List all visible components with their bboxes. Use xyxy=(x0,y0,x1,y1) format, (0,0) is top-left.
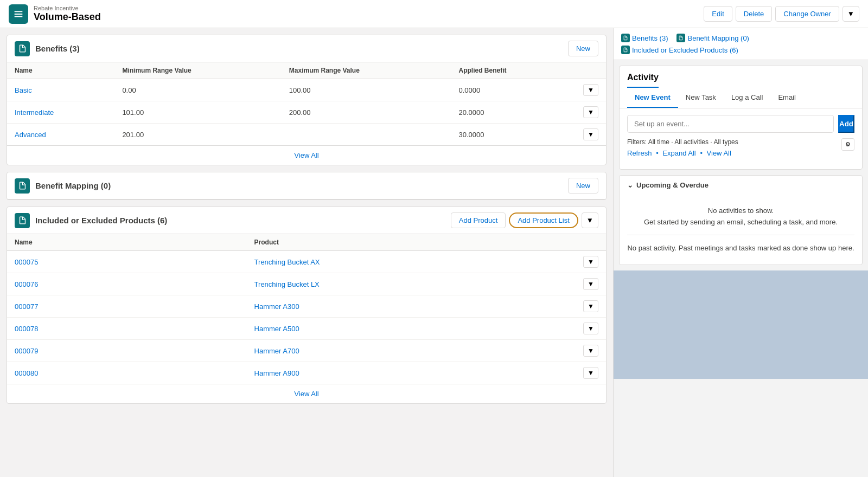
ie-name-link[interactable]: 000077 xyxy=(15,302,38,311)
add-product-button[interactable]: Add Product xyxy=(451,212,506,228)
change-owner-button[interactable]: Change Owner xyxy=(775,6,839,22)
benefits-col-name: Name xyxy=(7,62,114,79)
sidebar-background xyxy=(614,270,868,379)
ie-row-dropdown[interactable]: ▼ xyxy=(583,367,598,379)
no-past-text: No past activity. Past meetings and task… xyxy=(627,243,854,254)
ie-product-link[interactable]: Trenching Bucket AX xyxy=(254,258,320,266)
ie-row-dropdown[interactable]: ▼ xyxy=(583,323,598,334)
benefits-view-all[interactable]: View All xyxy=(294,151,318,159)
ie-view-all[interactable]: View All xyxy=(294,390,318,398)
nav-icon-included-excluded xyxy=(621,46,630,54)
activity-filters: Filters: All time · All activities · All… xyxy=(627,138,854,146)
main-content: Benefits (3) New Name Minimum Range Valu… xyxy=(0,28,613,477)
ie-product-link[interactable]: Hammer A900 xyxy=(254,369,299,377)
ie-product-link[interactable]: Trenching Bucket LX xyxy=(254,280,320,288)
header-dropdown-button[interactable]: ▼ xyxy=(843,6,859,22)
table-row: 000078 Hammer A500 ▼ xyxy=(7,318,606,340)
benefit-max xyxy=(282,124,451,146)
filters-gear-button[interactable]: ⚙ xyxy=(841,138,854,151)
ie-row-dropdown[interactable]: ▼ xyxy=(583,300,598,312)
add-product-list-button[interactable]: Add Product List xyxy=(509,212,578,228)
sidebar: Benefits (3) Benefit Mapping (0) Include… xyxy=(613,28,868,477)
app-header: Rebate Incentive Volume-Based Edit Delet… xyxy=(0,0,868,28)
section-divider xyxy=(627,235,854,235)
nav-icon-benefit-mapping xyxy=(676,34,685,42)
included-excluded-card: Included or Excluded Products (6) Add Pr… xyxy=(7,207,607,404)
expand-all-link[interactable]: Expand All xyxy=(662,149,695,157)
benefits-col-max: Maximum Range Value xyxy=(282,62,451,79)
ie-row-dropdown[interactable]: ▼ xyxy=(583,256,598,268)
nav-icon-benefits xyxy=(621,34,630,42)
benefits-table: Name Minimum Range Value Maximum Range V… xyxy=(7,62,606,165)
table-row: Advanced 201.00 30.0000 ▼ xyxy=(7,124,606,146)
benefits-icon xyxy=(15,41,30,56)
refresh-link[interactable]: Refresh xyxy=(627,149,652,157)
benefit-min: 201.00 xyxy=(114,124,281,146)
sidebar-link-included-excluded-label: Included or Excluded Products (6) xyxy=(632,46,738,54)
benefit-row-dropdown[interactable]: ▼ xyxy=(583,106,598,118)
tab-email[interactable]: Email xyxy=(770,88,803,108)
upcoming-header[interactable]: ⌄ Upcoming & Overdue xyxy=(620,176,862,195)
benefits-col-min: Minimum Range Value xyxy=(114,62,281,79)
event-input[interactable] xyxy=(627,115,834,133)
sidebar-nav: Benefits (3) Benefit Mapping (0) Include… xyxy=(614,28,868,60)
table-row: 000076 Trenching Bucket LX ▼ xyxy=(7,273,606,295)
ie-col-product: Product xyxy=(247,234,576,251)
header-title: Rebate Incentive Volume-Based xyxy=(34,5,704,23)
page-title: Volume-Based xyxy=(34,11,704,23)
app-logo xyxy=(9,4,28,24)
table-row: 000080 Hammer A900 ▼ xyxy=(7,362,606,384)
ie-row-dropdown[interactable]: ▼ xyxy=(583,278,598,290)
table-row: Basic 0.00 100.00 0.0000 ▼ xyxy=(7,79,606,101)
table-row: 000075 Trenching Bucket AX ▼ xyxy=(7,251,606,273)
included-excluded-table: Name Product 000075 Trenching Bucket AX … xyxy=(7,234,606,403)
edit-button[interactable]: Edit xyxy=(704,6,732,22)
benefit-mapping-card: Benefit Mapping (0) New xyxy=(7,172,607,200)
benefit-name-link[interactable]: Intermediate xyxy=(15,108,54,117)
sidebar-link-included-excluded[interactable]: Included or Excluded Products (6) xyxy=(621,46,738,54)
upcoming-title: Upcoming & Overdue xyxy=(636,181,709,189)
benefits-col-benefit: Applied Benefit xyxy=(451,62,576,79)
ie-name-link[interactable]: 000076 xyxy=(15,280,38,288)
activity-panel: Activity New Event New Task Log a Call E… xyxy=(619,66,863,170)
sidebar-link-benefit-mapping[interactable]: Benefit Mapping (0) xyxy=(676,34,749,42)
header-subtitle: Rebate Incentive xyxy=(34,5,704,11)
ie-product-link[interactable]: Hammer A500 xyxy=(254,325,299,333)
sidebar-link-benefits-label: Benefits (3) xyxy=(632,34,668,42)
ie-name-link[interactable]: 000078 xyxy=(15,325,38,333)
no-activities-text: No activities to show. Get started by se… xyxy=(627,205,854,228)
included-excluded-icon xyxy=(15,213,30,228)
tab-log-call[interactable]: Log a Call xyxy=(724,88,771,108)
ie-name-link[interactable]: 000075 xyxy=(15,258,38,266)
benefits-card: Benefits (3) New Name Minimum Range Valu… xyxy=(7,35,607,165)
ie-name-link[interactable]: 000079 xyxy=(15,347,38,355)
benefits-new-button[interactable]: New xyxy=(568,41,598,56)
benefits-title: Benefits (3) xyxy=(35,44,568,53)
benefit-min: 101.00 xyxy=(114,101,281,124)
activity-title: Activity xyxy=(627,73,659,88)
tab-new-event[interactable]: New Event xyxy=(627,88,678,108)
benefit-row-dropdown[interactable]: ▼ xyxy=(583,84,598,96)
benefit-mapping-new-button[interactable]: New xyxy=(568,178,598,194)
sidebar-link-benefits[interactable]: Benefits (3) xyxy=(621,34,668,42)
view-all-link[interactable]: View All xyxy=(707,149,731,157)
included-excluded-dropdown-button[interactable]: ▼ xyxy=(582,212,598,228)
ie-name-link[interactable]: 000080 xyxy=(15,369,38,377)
table-row: 000077 Hammer A300 ▼ xyxy=(7,295,606,318)
benefit-name-link[interactable]: Advanced xyxy=(15,131,46,139)
ie-product-link[interactable]: Hammer A700 xyxy=(254,347,299,355)
tab-new-task[interactable]: New Task xyxy=(678,88,724,108)
benefit-max: 200.00 xyxy=(282,101,451,124)
benefit-name-link[interactable]: Basic xyxy=(15,86,32,94)
benefit-max: 100.00 xyxy=(282,79,451,101)
benefit-mapping-icon xyxy=(15,178,30,194)
included-excluded-title: Included or Excluded Products (6) xyxy=(35,216,451,225)
activity-action-links: Refresh • Expand All • View All xyxy=(627,149,854,157)
delete-button[interactable]: Delete xyxy=(736,6,773,22)
ie-row-dropdown[interactable]: ▼ xyxy=(583,345,598,357)
benefit-row-dropdown[interactable]: ▼ xyxy=(583,128,598,140)
add-event-button[interactable]: Add xyxy=(838,115,854,133)
benefit-min: 0.00 xyxy=(114,79,281,101)
ie-product-link[interactable]: Hammer A300 xyxy=(254,302,299,311)
benefit-applied: 30.0000 xyxy=(451,124,576,146)
